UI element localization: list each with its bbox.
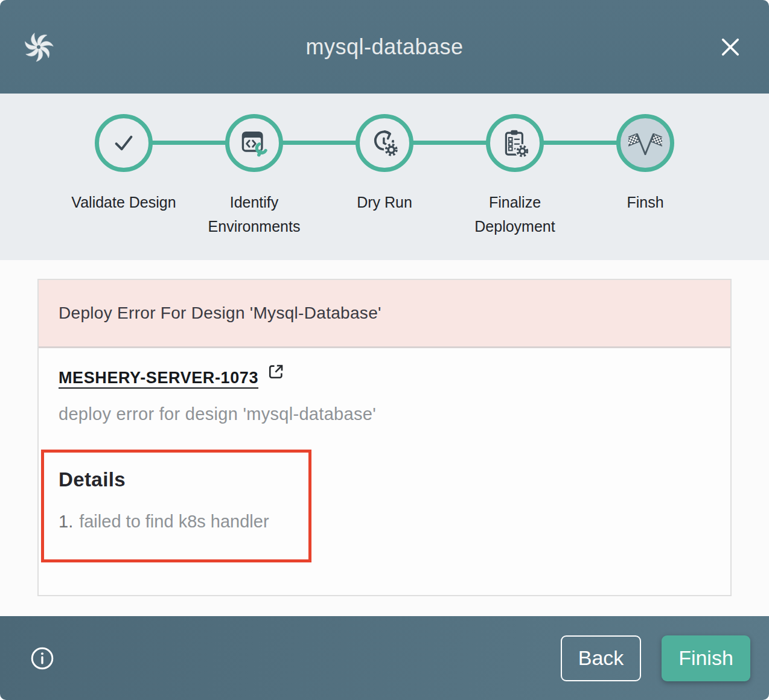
step-circle-dry-run	[356, 114, 413, 172]
step-label: Validate Design	[71, 190, 176, 214]
close-button[interactable]	[717, 34, 744, 60]
deploy-error-panel: Deploy Error For Design 'Mysql-Database'…	[37, 279, 732, 596]
error-code-link[interactable]: MESHERY-SERVER-1073	[59, 369, 263, 387]
dialog-title: mysql-database	[0, 34, 769, 60]
step-finalize-deployment: Finalize Deployment	[450, 114, 580, 238]
info-icon[interactable]	[30, 646, 55, 671]
error-banner: Deploy Error For Design 'Mysql-Database'	[39, 280, 730, 348]
deployment-wizard-modal: mysql-database Validate Design	[0, 0, 769, 700]
clipboard-gear-icon	[499, 127, 531, 159]
external-link-icon[interactable]	[267, 363, 285, 381]
close-icon	[718, 35, 742, 59]
details-heading: Details	[59, 468, 302, 491]
step-circle-finalize	[486, 114, 544, 172]
modal-header: mysql-database	[0, 0, 769, 94]
step-identify-environments: Identify Environments	[189, 114, 319, 238]
error-summary-text: deploy error for design 'mysql-database'	[59, 404, 730, 424]
details-list-item: 1. failed to find k8s handler	[59, 512, 302, 532]
back-button[interactable]: Back	[561, 635, 641, 681]
finish-button[interactable]: Finish	[662, 635, 750, 681]
error-details-highlight-box: Details 1. failed to find k8s handler	[41, 450, 311, 562]
details-item-number: 1.	[59, 512, 73, 532]
step-circle-finish	[616, 114, 674, 172]
modal-footer: Back Finish	[0, 616, 769, 700]
step-label: Dry Run	[357, 190, 412, 214]
step-dry-run: Dry Run	[319, 114, 450, 238]
step-circle-identify	[225, 114, 283, 172]
step-validate-design: Validate Design	[59, 114, 189, 238]
step-label: Finsh	[627, 190, 663, 214]
step-circle-validate	[95, 114, 153, 172]
step-label: Identify Environments	[199, 190, 309, 238]
error-banner-title: Deploy Error For Design 'Mysql-Database'	[59, 304, 381, 323]
error-code-row: MESHERY-SERVER-1073	[59, 369, 730, 387]
step-finish: Finsh	[580, 114, 710, 238]
checkered-flags-icon	[628, 126, 662, 160]
sync-gear-icon	[368, 127, 401, 159]
deployment-stepper: Validate Design Identify Environments	[0, 94, 769, 260]
modal-content: Deploy Error For Design 'Mysql-Database'…	[0, 260, 769, 616]
step-label: Finalize Deployment	[460, 190, 570, 238]
code-window-wrench-icon	[238, 127, 270, 159]
check-icon	[107, 127, 140, 159]
details-item-text: failed to find k8s handler	[79, 512, 269, 532]
